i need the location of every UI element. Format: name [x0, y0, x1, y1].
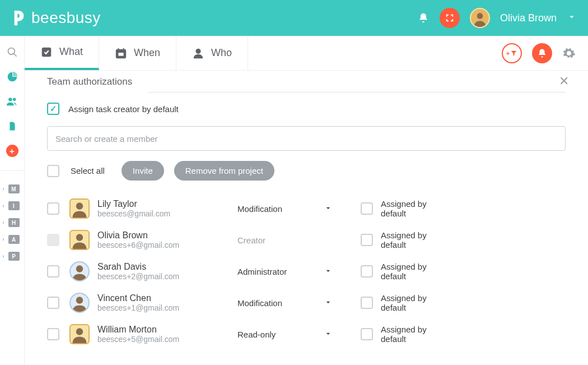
assigned-label: Assigned by default [381, 262, 437, 281]
assigned-by-default: Assigned by default [361, 262, 437, 281]
dashboard-icon[interactable] [6, 71, 18, 83]
chevron-right-icon: › [3, 186, 4, 192]
member-avatar [69, 324, 90, 344]
chevron-right-icon: › [3, 237, 4, 242]
member-name: Vincent Chen [97, 293, 237, 303]
invite-button[interactable]: Invite [122, 161, 164, 181]
document-icon[interactable] [6, 120, 18, 132]
panel-title: Team authorizations [47, 76, 566, 87]
member-email: beesces+2@gmail.com [97, 272, 237, 281]
chevron-down-icon [324, 329, 333, 340]
member-row: William Mortonbeesces+5@gmail.comRead-on… [47, 318, 566, 350]
assigned-checkbox[interactable] [361, 265, 373, 278]
people-icon[interactable] [6, 95, 18, 108]
sidebar-project-p[interactable]: P› [8, 252, 20, 261]
member-info: William Mortonbeesces+5@gmail.com [97, 325, 237, 344]
chevron-down-icon [324, 266, 333, 277]
assign-default-checkbox[interactable] [47, 103, 59, 115]
logo-icon [11, 10, 28, 26]
member-email: beesces+5@gmail.com [97, 335, 237, 344]
add-filter-button[interactable]: + [502, 43, 522, 63]
sidebar-project-i[interactable]: I› [8, 201, 20, 210]
member-info: Olivia Brownbeesces+6@gmail.com [97, 230, 237, 250]
member-role-label: Administrator [237, 267, 287, 276]
add-button[interactable]: + [6, 145, 18, 157]
chevron-right-icon: › [3, 253, 4, 259]
chevron-right-icon: › [3, 203, 4, 209]
search-icon[interactable] [6, 46, 18, 58]
assigned-by-default: Assigned by default [361, 325, 437, 344]
assigned-checkbox[interactable] [361, 202, 373, 215]
svg-point-3 [12, 98, 15, 101]
member-row: Vincent Chenbeesces+1@gmail.comModificat… [47, 287, 566, 318]
select-all-label: Select all [71, 166, 105, 175]
member-row: Sarah Davisbeesces+2@gmail.comAdministra… [47, 256, 566, 287]
person-icon [192, 47, 204, 59]
member-role-select: Creator [237, 235, 333, 245]
assigned-label: Assigned by default [381, 325, 437, 344]
member-role-select[interactable]: Administrator [237, 266, 333, 277]
member-select-checkbox[interactable] [47, 265, 59, 278]
tabs-row: What When Who + [25, 36, 588, 71]
assign-default-label: Assign task creator by default [68, 104, 179, 114]
member-name: Olivia Brown [97, 230, 237, 241]
member-name: Sarah Davis [97, 262, 237, 272]
tab-label: What [59, 46, 83, 58]
svg-point-10 [76, 265, 83, 272]
chevron-down-icon [324, 204, 333, 214]
member-info: Sarah Davisbeesces+2@gmail.com [97, 262, 237, 281]
select-all-checkbox[interactable] [47, 165, 59, 177]
notifications-icon[interactable] [417, 12, 430, 24]
calendar-icon [115, 47, 127, 59]
assigned-checkbox[interactable] [361, 234, 373, 246]
assigned-checkbox[interactable] [361, 297, 373, 309]
svg-point-7 [195, 48, 200, 53]
logo-text: beesbusy [31, 9, 101, 27]
fullscreen-button[interactable] [440, 8, 460, 28]
assigned-label: Assigned by default [381, 199, 437, 219]
remove-from-project-button[interactable]: Remove from project [174, 161, 274, 181]
member-row: Lily Taylorbeesces@gmail.comModification… [47, 193, 566, 224]
member-select-checkbox[interactable] [47, 328, 59, 340]
members-list: Lily Taylorbeesces@gmail.comModification… [47, 193, 566, 350]
member-role-select[interactable]: Read-only [237, 329, 333, 340]
assigned-by-default: Assigned by default [361, 293, 437, 313]
tab-when[interactable]: When [99, 36, 176, 70]
member-avatar [69, 230, 90, 250]
chevron-down-icon[interactable] [567, 12, 577, 24]
user-avatar[interactable] [470, 8, 490, 28]
close-icon[interactable]: ✕ [559, 74, 569, 89]
member-role-label: Read-only [237, 330, 276, 339]
svg-point-8 [76, 202, 83, 209]
member-email: beesces+1@gmail.com [97, 303, 237, 312]
user-name[interactable]: Olivia Brown [500, 12, 557, 24]
member-role-select[interactable]: Modification [237, 298, 333, 308]
assigned-checkbox[interactable] [361, 328, 373, 340]
tab-who[interactable]: Who [176, 36, 248, 70]
member-email: beesces@gmail.com [97, 209, 237, 218]
alerts-button[interactable] [532, 43, 552, 63]
svg-rect-6 [118, 52, 124, 56]
svg-point-12 [76, 328, 83, 335]
member-email: beesces+6@gmail.com [97, 241, 237, 250]
tab-what[interactable]: What [25, 36, 99, 70]
tabs: What When Who [25, 36, 248, 70]
search-placeholder: Search or create a member [55, 134, 158, 144]
sidebar-project-a[interactable]: A› [8, 235, 20, 244]
member-select-checkbox[interactable] [47, 297, 59, 309]
content: What When Who + [25, 36, 588, 365]
sidebar: + M›I›H›A›P› [0, 36, 25, 365]
member-select-checkbox[interactable] [47, 202, 59, 215]
sidebar-project-h[interactable]: H› [8, 218, 20, 227]
team-authorizations-panel: ✕ Team authorizations Assign task creato… [25, 71, 588, 350]
svg-point-2 [8, 98, 12, 101]
chevron-down-icon [324, 298, 333, 308]
member-info: Lily Taylorbeesces@gmail.com [97, 199, 237, 218]
settings-icon[interactable] [562, 47, 576, 60]
assigned-label: Assigned by default [381, 293, 437, 313]
member-info: Vincent Chenbeesces+1@gmail.com [97, 293, 237, 312]
member-role-select[interactable]: Modification [237, 204, 333, 214]
sidebar-project-m[interactable]: M› [8, 184, 20, 193]
member-search-input[interactable]: Search or create a member [47, 126, 566, 151]
logo[interactable]: beesbusy [11, 9, 101, 27]
